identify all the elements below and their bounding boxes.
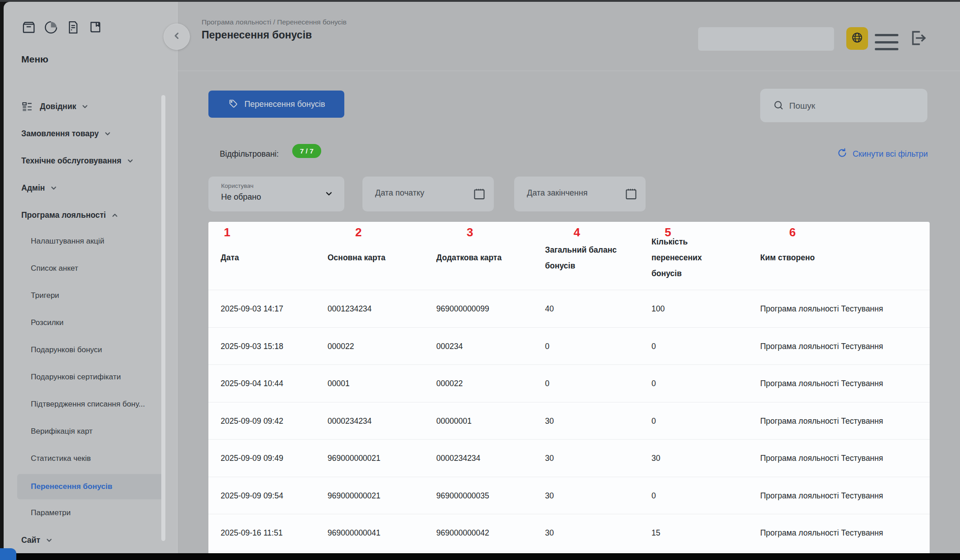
- cell-balance: 40: [545, 290, 554, 328]
- reset-filters-link[interactable]: Скинути всі фільтри: [837, 148, 928, 161]
- chevron-down-icon: [127, 158, 134, 164]
- sidebar-item-label: Налаштування акцій: [31, 237, 104, 246]
- sidebar-item-loyalty-2[interactable]: Тригери: [31, 289, 168, 302]
- chevron-down-icon: [82, 103, 88, 110]
- breadcrumb: Програма лояльності / Перенесення бонусі…: [202, 18, 347, 26]
- cell-extra-card: 0000234234: [436, 440, 480, 477]
- sidebar-item-loyalty-3[interactable]: Розсилки: [31, 316, 168, 330]
- sidebar-item-section-3[interactable]: Адмін: [21, 181, 168, 195]
- table-row[interactable]: 2025-09-09 09:49969000000021000023423430…: [208, 439, 930, 477]
- document-icon[interactable]: [66, 20, 81, 35]
- cell-main-card: 00001: [328, 365, 350, 402]
- sidebar-item-section-1[interactable]: Замовлення товару: [21, 127, 168, 140]
- cell-created-by: Програма лояльності Тестування: [760, 514, 883, 552]
- sidebar-item-label: Подарункові сертифікати: [31, 373, 121, 382]
- bonus-transfer-button[interactable]: Перенесення бонусів: [208, 91, 344, 118]
- chevron-down-icon: [50, 185, 57, 191]
- sidebar-item-section-4[interactable]: Програма лояльності: [21, 208, 168, 222]
- sidebar-menu-title: Меню: [21, 54, 48, 65]
- sidebar-item-loyalty-5[interactable]: Подарункові сертифікати: [31, 370, 168, 384]
- cell-main-card: 0000234234: [328, 402, 371, 440]
- sidebar-item-label: Підтвердження списання бону...: [31, 400, 145, 409]
- logout-button[interactable]: [907, 28, 928, 50]
- filtered-count-badge: 7 / 7: [292, 144, 321, 158]
- sidebar-item-loyalty-9-active[interactable]: Перенесення бонусів: [17, 474, 165, 499]
- user-info-redacted[interactable]: [698, 27, 834, 51]
- tag-icon: [227, 98, 238, 111]
- sidebar-item-label: Параметри: [31, 508, 71, 517]
- sidebar-item-loyalty-1[interactable]: Список анкет: [31, 262, 168, 275]
- column-header-date: Дата: [221, 250, 239, 266]
- cell-date: 2025-09-16 11:51: [221, 514, 283, 552]
- sidebar-item-loyalty-0[interactable]: Налаштування акцій: [31, 235, 168, 248]
- user-filter-dropdown[interactable]: Користувач Не обрано: [208, 177, 344, 211]
- column-annotation-6: 6: [789, 225, 796, 239]
- search-input[interactable]: [788, 89, 921, 123]
- page-title: Перенесення бонусів: [202, 29, 312, 41]
- cell-created-by: Програма лояльності Тестування: [760, 328, 883, 365]
- column-header-transferred: Кількість перенесених бонусів: [651, 234, 715, 282]
- globe-icon: [851, 31, 864, 46]
- sidebar-item-label: Технічне обслуговування: [21, 156, 121, 166]
- table-row[interactable]: 2025-09-03 14:17000123423496900000009940…: [208, 290, 930, 328]
- sidebar-item-label: Перенесення бонусів: [31, 482, 112, 491]
- cell-transferred: 100: [651, 290, 665, 328]
- sidebar-item-label: Верифікація карт: [31, 427, 92, 436]
- sidebar-item-loyalty-8[interactable]: Статистика чеків: [31, 452, 168, 465]
- logout-icon: [908, 28, 928, 50]
- calendar-icon: [472, 186, 487, 203]
- cell-main-card: 0001234234: [328, 290, 371, 328]
- sidebar-item-loyalty-7[interactable]: Верифікація карт: [31, 425, 168, 438]
- table-row[interactable]: 2025-09-16 11:51969000000041969000000042…: [208, 514, 930, 552]
- hamburger-menu-button[interactable]: [875, 34, 898, 50]
- sidebar-scrollbar[interactable]: [161, 95, 165, 541]
- header-divider: [177, 71, 960, 71]
- cell-extra-card: 000022: [436, 365, 463, 402]
- column-header-extra-card: Додаткова карта: [436, 250, 502, 266]
- cell-main-card: 000022: [328, 328, 354, 365]
- table-row[interactable]: 2025-09-04 10:440000100002200Програма ло…: [208, 364, 930, 402]
- sidebar-item-site[interactable]: Сайт: [21, 533, 168, 547]
- sidebar-item-label: Статистика чеків: [31, 454, 91, 463]
- sidebar-item-loyalty-4[interactable]: Подарункові бонуси: [31, 343, 168, 357]
- table-row[interactable]: 2025-09-09 09:42000023423400000001300Про…: [208, 402, 930, 440]
- cell-transferred: 0: [651, 328, 656, 365]
- main-content: Програма лояльності / Перенесення бонусі…: [177, 2, 960, 553]
- user-filter-value: Не обрано: [221, 192, 261, 202]
- cell-transferred: 15: [651, 514, 660, 552]
- cell-date: 2025-09-09 09:54: [221, 477, 283, 515]
- cell-balance: 30: [545, 402, 554, 440]
- table-row[interactable]: 2025-09-09 09:54969000000021969000000035…: [208, 477, 930, 515]
- date-start-filter[interactable]: Дата початку: [362, 177, 494, 211]
- cell-balance: 0: [545, 365, 550, 402]
- reset-filters-label: Скинути всі фільтри: [853, 149, 928, 159]
- cell-transferred: 0: [651, 365, 656, 402]
- chevron-up-icon: [111, 212, 118, 219]
- table-row[interactable]: 2025-09-03 15:1800002200023400Програма л…: [208, 327, 930, 365]
- cell-balance: 0: [545, 328, 550, 365]
- sidebar-item-loyalty-10[interactable]: Параметри: [31, 506, 168, 520]
- date-end-placeholder: Дата закінчення: [527, 188, 588, 198]
- sidebar-item-label: Замовлення товару: [21, 129, 99, 139]
- book-icon[interactable]: [88, 20, 103, 35]
- language-button[interactable]: [846, 27, 868, 50]
- sidebar-item-label: Подарункові бонуси: [31, 345, 102, 354]
- list-icon: [21, 101, 33, 112]
- column-annotation-1: 1: [224, 225, 230, 239]
- date-start-placeholder: Дата початку: [375, 188, 425, 198]
- date-end-filter[interactable]: Дата закінчення: [514, 177, 646, 211]
- cell-date: 2025-09-03 14:17: [221, 290, 283, 328]
- cell-balance: 30: [545, 477, 554, 515]
- sidebar-collapse-button[interactable]: [164, 24, 190, 50]
- user-filter-label: Користувач: [221, 182, 254, 189]
- sidebar-item-section-0[interactable]: Довідник: [21, 100, 168, 113]
- archive-box-icon[interactable]: [21, 20, 36, 35]
- cell-balance: 30: [545, 440, 554, 477]
- sidebar-item-loyalty-6[interactable]: Підтвердження списання бону...: [31, 397, 168, 411]
- cell-extra-card: 969000000042: [436, 514, 489, 552]
- bonus-transfer-button-label: Перенесення бонусів: [244, 100, 325, 109]
- sidebar-item-section-2[interactable]: Технічне обслуговування: [21, 154, 168, 168]
- cell-transferred: 0: [651, 477, 656, 515]
- pie-chart-icon[interactable]: [43, 20, 58, 35]
- cell-created-by: Програма лояльності Тестування: [760, 290, 883, 328]
